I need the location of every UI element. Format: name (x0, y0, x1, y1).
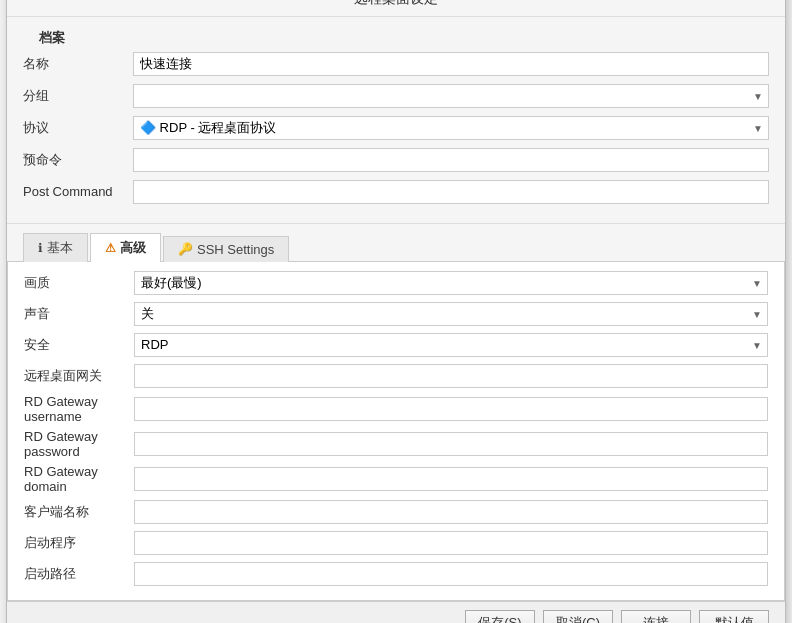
name-row: 名称 (23, 51, 769, 77)
security-row: 安全 RDP ▼ (24, 332, 768, 358)
rdgateway-label: 远程桌面网关 (24, 367, 134, 385)
cancel-button[interactable]: 取消(C) (543, 610, 613, 624)
group-select-wrapper: ▼ (133, 84, 769, 108)
sound-row: 声音 关 ▼ (24, 301, 768, 327)
startup-path-input[interactable] (134, 562, 768, 586)
rdgateway-row: 远程桌面网关 (24, 363, 768, 389)
ssh-tab-icon: 🔑 (178, 242, 193, 256)
tab-advanced-label: 高级 (120, 239, 146, 257)
rdgw-username-input[interactable] (134, 397, 768, 421)
postcommand-label: Post Command (23, 184, 133, 199)
rdgw-domain-label: RD Gateway domain (24, 464, 134, 494)
startup-program-row: 启动程序 (24, 530, 768, 556)
dialog-title: 远程桌面设定 (7, 0, 785, 17)
archive-header: 档案 (23, 21, 769, 51)
rdgw-password-row: RD Gateway password (24, 429, 768, 459)
postcommand-input[interactable] (133, 180, 769, 204)
quality-label: 画质 (24, 274, 134, 292)
rdgw-domain-input[interactable] (134, 467, 768, 491)
quality-row: 画质 最好(最慢) ▼ (24, 270, 768, 296)
quality-select[interactable]: 最好(最慢) (134, 271, 768, 295)
rdgw-password-input[interactable] (134, 432, 768, 456)
quality-select-wrapper: 最好(最慢) ▼ (134, 271, 768, 295)
startup-program-input[interactable] (134, 531, 768, 555)
sound-label: 声音 (24, 305, 134, 323)
group-label: 分组 (23, 87, 133, 105)
rdgw-password-label: RD Gateway password (24, 429, 134, 459)
tab-content-advanced: 画质 最好(最慢) ▼ 声音 关 ▼ (7, 262, 785, 601)
group-row: 分组 ▼ (23, 83, 769, 109)
tab-basic[interactable]: ℹ 基本 (23, 233, 88, 262)
protocol-label: 协议 (23, 119, 133, 137)
name-input[interactable] (133, 52, 769, 76)
rdgw-domain-row: RD Gateway domain (24, 464, 768, 494)
protocol-row: 协议 🔷 RDP - 远程桌面协议 ▼ (23, 115, 769, 141)
tabs-container: ℹ 基本 ⚠ 高级 🔑 SSH Settings 画质 最好(最慢) (7, 228, 785, 601)
protocol-select[interactable]: 🔷 RDP - 远程桌面协议 (133, 116, 769, 140)
client-name-row: 客户端名称 (24, 499, 768, 525)
advanced-form: 画质 最好(最慢) ▼ 声音 关 ▼ (8, 262, 784, 600)
protocol-select-wrapper: 🔷 RDP - 远程桌面协议 ▼ (133, 116, 769, 140)
security-label: 安全 (24, 336, 134, 354)
sound-select-wrapper: 关 ▼ (134, 302, 768, 326)
startup-program-label: 启动程序 (24, 534, 134, 552)
client-name-input[interactable] (134, 500, 768, 524)
basic-tab-icon: ℹ (38, 241, 43, 255)
precommand-input[interactable] (133, 148, 769, 172)
rdgw-username-row: RD Gateway username (24, 394, 768, 424)
postcommand-row: Post Command (23, 179, 769, 205)
dialog: 远程桌面设定 档案 名称 分组 ▼ 协议 🔷 RDP - 远程桌面协议 ▼ (6, 0, 786, 623)
precommand-label: 预命令 (23, 151, 133, 169)
tab-ssh-label: SSH Settings (197, 242, 274, 257)
advanced-tab-icon: ⚠ (105, 241, 116, 255)
security-select-wrapper: RDP ▼ (134, 333, 768, 357)
sound-select[interactable]: 关 (134, 302, 768, 326)
archive-section: 档案 名称 分组 ▼ 协议 🔷 RDP - 远程桌面协议 ▼ 预 (7, 17, 785, 219)
name-label: 名称 (23, 55, 133, 73)
rdgw-username-label: RD Gateway username (24, 394, 134, 424)
startup-path-label: 启动路径 (24, 565, 134, 583)
tabs-bar: ℹ 基本 ⚠ 高级 🔑 SSH Settings (7, 232, 785, 262)
rdgateway-input[interactable] (134, 364, 768, 388)
connect-button[interactable]: 连接 (621, 610, 691, 624)
precommand-row: 预命令 (23, 147, 769, 173)
section-divider (7, 223, 785, 224)
group-select[interactable] (133, 84, 769, 108)
save-button[interactable]: 保存(S) (465, 610, 535, 624)
client-name-label: 客户端名称 (24, 503, 134, 521)
startup-path-row: 启动路径 (24, 561, 768, 587)
tab-basic-label: 基本 (47, 239, 73, 257)
tab-advanced[interactable]: ⚠ 高级 (90, 233, 161, 262)
default-button[interactable]: 默认值 (699, 610, 769, 624)
tab-ssh[interactable]: 🔑 SSH Settings (163, 236, 289, 262)
security-select[interactable]: RDP (134, 333, 768, 357)
bottom-bar: 保存(S) 取消(C) 连接 默认值 (7, 601, 785, 624)
